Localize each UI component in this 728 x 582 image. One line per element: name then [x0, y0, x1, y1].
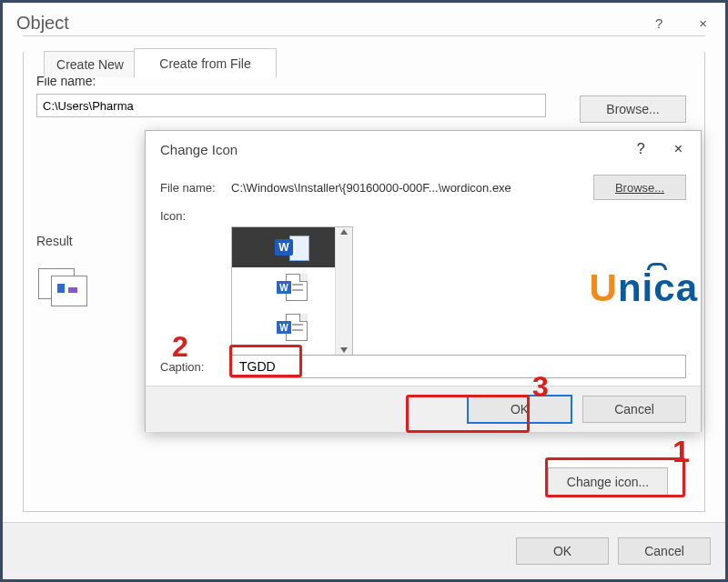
object-ok-button[interactable]: OK [516, 537, 609, 565]
object-browse-button[interactable]: Browse... [580, 95, 686, 123]
change-icon-ok-button[interactable]: OK [468, 396, 571, 423]
caption-label: Caption: [160, 360, 231, 374]
change-icon-button[interactable]: Change icon... [548, 467, 668, 497]
help-icon[interactable]: ? [646, 12, 672, 35]
caption-input[interactable] [231, 355, 686, 378]
result-label: Result [36, 234, 91, 248]
close-icon[interactable]: × [690, 12, 716, 35]
word-doc-icon: W [277, 274, 308, 301]
object-title: Object [16, 13, 69, 34]
close-icon[interactable]: × [667, 139, 690, 159]
icon-list-label: Icon: [160, 209, 231, 223]
file-name-input[interactable] [36, 94, 546, 117]
word-app-icon: W [275, 234, 309, 261]
object-cancel-button[interactable]: Cancel [618, 537, 711, 565]
icon-file-label: File name: [160, 181, 231, 195]
watermark-logo: Unica [590, 266, 698, 310]
icon-list-scrollbar[interactable] [335, 227, 352, 355]
icon-file-path: C:\Windows\Installer\{90160000-000F...\w… [231, 181, 541, 195]
object-titlebar: Object ? × [3, 3, 725, 44]
help-icon[interactable]: ? [630, 139, 652, 159]
result-preview-icon [36, 266, 91, 308]
object-footer: OK Cancel [3, 522, 725, 579]
tab-create-from-file[interactable]: Create from File [134, 48, 277, 78]
icon-browse-button[interactable]: Browse... [593, 175, 686, 200]
change-icon-cancel-button[interactable]: Cancel [582, 396, 686, 423]
icon-list[interactable]: W W W [231, 226, 353, 356]
word-doc-icon: W [277, 314, 308, 341]
tab-create-new[interactable]: Create New [44, 51, 136, 77]
change-icon-title: Change Icon [160, 142, 238, 157]
